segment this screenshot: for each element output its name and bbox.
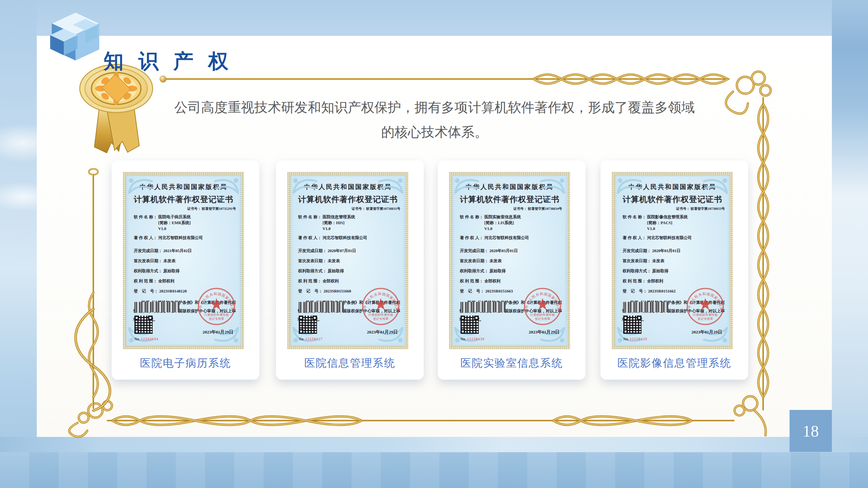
field-owner: 著 作 权 人： 河北芯智联科技有限公司: [460, 235, 562, 241]
field-owner: 著 作 权 人： 河北芯智联科技有限公司: [134, 235, 236, 241]
flourish-corner-icon: [214, 177, 239, 196]
certificate-card: 中华人民共和国国家版权局 计算机软件著作权登记证书 证书号： 软著登字第1073…: [600, 160, 748, 380]
svg-text:登记专用章: 登记专用章: [698, 317, 713, 321]
background-band-light: [0, 437, 868, 452]
certificate-image: 中华人民共和国国家版权局 计算机软件著作权登记证书 证书号： 软著登字第1073…: [612, 172, 733, 349]
certificate-number-line: 证书号： 软著登字第10735291号: [127, 206, 241, 211]
certificate-seal-date: 2023年01月29日: [529, 329, 560, 335]
svg-text:登记专用章: 登记专用章: [209, 317, 224, 321]
certificate-caption: 医院信息管理系统: [276, 356, 424, 370]
svg-text:计算机软件著作权: 计算机软件著作权: [692, 313, 718, 317]
certificate-seal-date: 2023年01月29日: [203, 329, 234, 335]
field-dev-date: 开发完成日期： 2020年03月01日: [623, 248, 725, 254]
certificate-paper: 中华人民共和国国家版权局 计算机软件著作权登记证书 证书号： 软著登字第1073…: [291, 175, 405, 346]
field-first-publish: 首次发表日期： 未发表: [623, 258, 725, 264]
certificate-card: 中华人民共和国国家版权局 计算机软件著作权登记证书 证书号： 软著登字第1073…: [112, 160, 259, 380]
qr-code-icon: [134, 316, 153, 334]
certificate-number-line: 证书号： 软著登字第10738831号: [291, 206, 405, 211]
barcode-icon: [134, 302, 179, 312]
svg-text:计算机软件著作权: 计算机软件著作权: [368, 313, 394, 317]
field-acquisition: 权利取得方式： 原始取得: [298, 268, 400, 274]
qr-code-icon: [299, 316, 317, 334]
field-software-name: 软 件 名 称： 医院影像信息管理系统 [简称：PACS] V1.0: [623, 214, 725, 232]
flourish-corner-icon: [378, 177, 404, 196]
barcode-icon: [299, 302, 344, 312]
background-band-blue: [0, 452, 868, 488]
certificate-fields: 软 件 名 称： 医院信息管理系统 [简称：HIS] V1.0 著 作 权 人：…: [291, 214, 405, 294]
svg-text:登记专用章: 登记专用章: [535, 317, 550, 321]
flourish-corner-icon: [292, 177, 318, 196]
field-software-name: 软 件 名 称： 医院电子病历系统 [简称：EMR系统] V1.0: [134, 214, 236, 232]
flourish-corner-icon: [454, 177, 479, 196]
field-software-name: 软 件 名 称： 医院信息管理系统 [简称：HIS] V1.0: [298, 214, 400, 232]
intro-line-1: 公司高度重视技术研发和知识产权保护，拥有多项计算机软件著作权，形成了覆盖多领域: [117, 95, 752, 120]
certificate-serial: No. 12158429: [623, 337, 672, 341]
certificate-image: 中华人民共和国国家版权局 计算机软件著作权登记证书 证书号： 软著登字第1073…: [123, 172, 244, 349]
field-acquisition: 权利取得方式： 原始取得: [623, 268, 725, 274]
field-first-publish: 首次发表日期： 未发表: [298, 258, 400, 264]
red-registration-seal-icon: 中华人民共和国国家版权局 计算机软件著作权 登记专用章: [685, 286, 725, 327]
certificate-fields: 软 件 名 称： 医院实验室信息系统 [简称：LIS系统] V1.0 著 作 权…: [453, 214, 567, 294]
background-sky-top: [0, 0, 868, 36]
certificate-codes: No. 12158427: [299, 302, 348, 341]
field-first-publish: 首次发表日期： 未发表: [134, 258, 236, 264]
certificate-paper: 中华人民共和国国家版权局 计算机软件著作权登记证书 证书号： 软著登字第1073…: [615, 175, 730, 346]
certificate-image: 中华人民共和国国家版权局 计算机软件著作权登记证书 证书号： 软著登字第1073…: [287, 172, 408, 349]
background-sky-right: [832, 0, 868, 488]
flourish-corner-icon: [703, 177, 728, 196]
field-acquisition: 权利取得方式： 原始取得: [460, 268, 562, 274]
field-scope: 权 利 范 围： 全部权利: [460, 278, 562, 284]
field-software-name: 软 件 名 称： 医院实验室信息系统 [简称：LIS系统] V1.0: [460, 214, 562, 232]
certificate-codes: No. 12162694: [134, 302, 183, 341]
certificate-caption: 医院影像信息管理系统: [600, 356, 748, 370]
red-registration-seal-icon: 中华人民共和国国家版权局 计算机软件著作权 登记专用章: [361, 286, 401, 327]
certificate-codes: No. 12158430: [461, 302, 509, 341]
field-owner: 著 作 权 人： 河北芯智联科技有限公司: [623, 235, 725, 241]
qr-code-icon: [461, 316, 479, 334]
field-scope: 权 利 范 围： 全部权利: [134, 278, 236, 284]
certificate-serial: No. 12158427: [299, 337, 348, 341]
certificate-number-line: 证书号： 软著登字第10738833号: [615, 206, 730, 211]
svg-text:计算机软件著作权: 计算机软件著作权: [530, 313, 555, 317]
flourish-corner-icon: [617, 177, 642, 196]
certificate-seal-date: 2023年01月29日: [367, 329, 398, 335]
certificate-seal-date: 2023年01月29日: [691, 329, 722, 335]
svg-text:计算机软件著作权: 计算机软件著作权: [204, 313, 229, 317]
field-scope: 权 利 范 围： 全部权利: [623, 278, 725, 284]
barcode-icon: [461, 302, 505, 312]
qr-code-icon: [623, 316, 642, 334]
presentation-slide-page: { "slide": { "title": "知 识 产 权", "intro_…: [0, 0, 868, 488]
barcode-icon: [623, 302, 668, 312]
certificate-card: 中华人民共和国国家版权局 计算机软件著作权登记证书 证书号： 软著登字第1073…: [438, 160, 586, 380]
certificate-image: 中华人民共和国国家版权局 计算机软件著作权登记证书 证书号： 软著登字第1073…: [449, 172, 570, 349]
certificate-caption: 医院实验室信息系统: [438, 356, 586, 370]
intro-line-2: 的核心技术体系。: [117, 120, 752, 144]
certificate-number-line: 证书号： 软著登字第10738834号: [453, 206, 567, 211]
background-sky-left: [0, 0, 37, 488]
certificate-fields: 软 件 名 称： 医院影像信息管理系统 [简称：PACS] V1.0 著 作 权…: [615, 214, 730, 294]
page-title: 知 识 产 权: [103, 47, 233, 75]
field-first-publish: 首次发表日期： 未发表: [460, 258, 562, 264]
intro-paragraph: 公司高度重视技术研发和知识产权保护，拥有多项计算机软件著作权，形成了覆盖多领域 …: [117, 95, 752, 144]
field-dev-date: 开发完成日期： 2020年07月01日: [298, 248, 400, 254]
certificate-serial: No. 12162694: [134, 337, 183, 341]
certificate-codes: No. 12158429: [623, 302, 672, 341]
certificate-paper: 中华人民共和国国家版权局 计算机软件著作权登记证书 证书号： 软著登字第1073…: [453, 175, 567, 346]
red-registration-seal-icon: 中华人民共和国国家版权局 计算机软件著作权 登记专用章: [522, 286, 563, 327]
page-number-badge: 18: [789, 410, 832, 452]
svg-text:登记专用章: 登记专用章: [373, 317, 389, 321]
field-owner: 著 作 权 人： 河北芯智联科技有限公司: [298, 235, 400, 241]
certificate-card: 中华人民共和国国家版权局 计算机软件著作权登记证书 证书号： 软著登字第1073…: [276, 160, 424, 380]
certificate-caption: 医院电子病历系统: [112, 356, 259, 370]
certificate-paper: 中华人民共和国国家版权局 计算机软件著作权登记证书 证书号： 软著登字第1073…: [126, 175, 241, 346]
field-dev-date: 开发完成日期： 2021年05月02日: [134, 248, 236, 254]
certificate-fields: 软 件 名 称： 医院电子病历系统 [简称：EMR系统] V1.0 著 作 权 …: [127, 214, 241, 294]
field-dev-date: 开发完成日期： 2020年03月01日: [460, 248, 562, 254]
flourish-corner-icon: [128, 177, 153, 196]
red-registration-seal-icon: 中华人民共和国国家版权局 计算机软件著作权 登记专用章: [196, 286, 237, 327]
certificate-serial: No. 12158430: [461, 337, 509, 341]
field-scope: 权 利 范 围： 全部权利: [298, 278, 400, 284]
flourish-corner-icon: [540, 177, 565, 196]
field-acquisition: 权利取得方式： 原始取得: [134, 268, 236, 274]
